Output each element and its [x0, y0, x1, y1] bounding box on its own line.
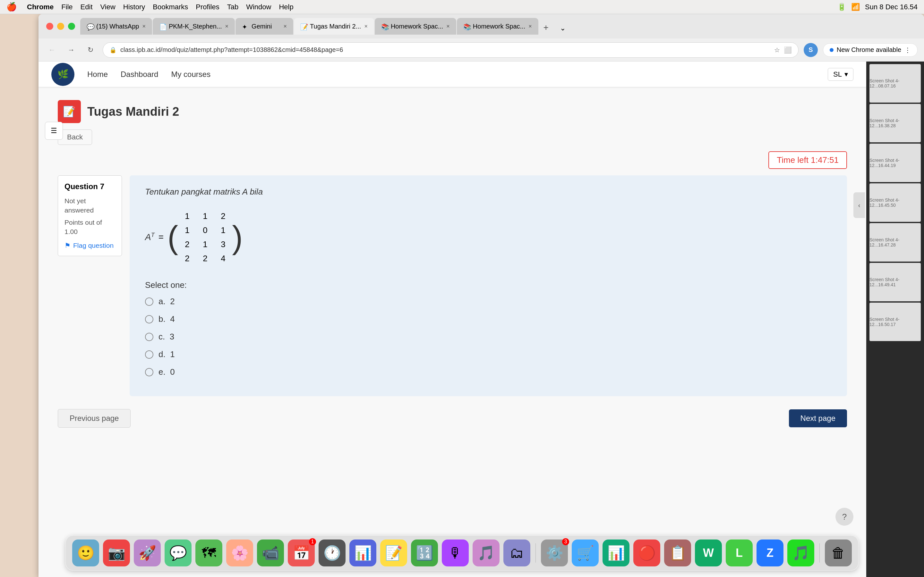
profiles-menu[interactable]: Profiles — [196, 3, 219, 11]
dock-project[interactable]: 📋 — [664, 540, 691, 566]
sidebar-thumb-0[interactable]: Screen Shot 4-12...08.07.16 — [869, 64, 921, 103]
tab-tugas-close[interactable]: × — [364, 23, 368, 30]
sidebar-thumb-5[interactable]: Screen Shot 4-12...16.49.41 — [869, 263, 921, 301]
bookmark-icon[interactable]: ☆ — [774, 46, 780, 54]
tab-whatsapp[interactable]: 💬 (15) WhatsApp × — [80, 18, 152, 35]
tabs-more-button[interactable]: ⌄ — [556, 22, 569, 35]
tab-hw1-close[interactable]: × — [446, 23, 450, 30]
radio-e[interactable] — [145, 368, 153, 376]
tab-pkm[interactable]: 📄 PKM-K_Stephen... × — [153, 18, 235, 35]
file-menu[interactable]: File — [61, 3, 73, 11]
chrome-update-banner[interactable]: New Chrome available ⋮ — [823, 43, 918, 57]
chrome-menu[interactable]: Chrome — [27, 3, 53, 11]
profile-icon[interactable]: S — [804, 43, 818, 57]
timer-display: Time left 1:47:51 — [768, 151, 847, 169]
dock-trash[interactable]: 🗑 — [825, 540, 852, 566]
minimize-button[interactable] — [57, 23, 64, 30]
sidebar-thumb-3[interactable]: Screen Shot 4-12...16.45.50 — [869, 183, 921, 222]
sidebar-thumb-1[interactable]: Screen Shot 4-12...16.38.28 — [869, 104, 921, 142]
history-menu[interactable]: History — [123, 3, 145, 11]
radio-b[interactable] — [145, 315, 153, 324]
edit-menu[interactable]: Edit — [81, 3, 93, 11]
dock-zoom[interactable]: Z — [756, 540, 783, 566]
dock-notes[interactable]: 📝 — [380, 540, 407, 566]
dock-launchpad[interactable]: 🚀 — [134, 540, 161, 566]
sidebar-thumb-6[interactable]: Screen Shot 4-12...16.50.17 — [869, 303, 921, 341]
forward-nav-button[interactable]: → — [64, 43, 78, 57]
dock-keynote[interactable]: 📊 — [349, 540, 376, 566]
reload-button[interactable]: ↻ — [83, 43, 97, 57]
help-menu[interactable]: Help — [279, 3, 293, 11]
radio-d[interactable] — [145, 350, 153, 359]
dock-spotify[interactable]: 🎵 — [787, 540, 814, 566]
dock-podcasts[interactable]: 🎙 — [442, 540, 469, 566]
wifi-icon: 📶 — [851, 3, 860, 11]
option-e[interactable]: e. 0 — [145, 367, 832, 377]
dock-separator-2 — [819, 543, 820, 562]
option-a[interactable]: a. 2 — [145, 297, 832, 306]
tab-gemini[interactable]: ✦ Gemini × — [236, 18, 293, 35]
tab-pkm-close[interactable]: × — [225, 23, 229, 30]
equals-sign: = — [158, 232, 164, 242]
radio-a[interactable] — [145, 298, 153, 306]
dock-maps[interactable]: 🗺 — [195, 540, 222, 566]
tab-hw1[interactable]: 📚 Homework Spac... × — [375, 18, 456, 35]
dock-excel[interactable]: 📊 — [603, 540, 630, 566]
tab-hw2[interactable]: 📚 Homework Spac... × — [457, 18, 538, 35]
tab-whatsapp-close[interactable]: × — [142, 23, 145, 30]
nav-my-courses[interactable]: My courses — [171, 70, 210, 79]
dock-numbers[interactable]: 🔢 — [411, 540, 438, 566]
dock-messages[interactable]: 💬 — [165, 540, 192, 566]
option-b[interactable]: b. 4 — [145, 314, 832, 324]
url-bar[interactable]: 🔒 class.ipb.ac.id/mod/quiz/attempt.php?a… — [103, 42, 798, 58]
dock-photo-booth[interactable]: 📷 — [103, 540, 130, 566]
apple-menu[interactable]: 🍎 — [6, 2, 17, 12]
new-tab-button[interactable]: + — [539, 21, 553, 35]
tab-hw2-close[interactable]: × — [528, 23, 532, 30]
view-menu[interactable]: View — [100, 3, 115, 11]
nav-home[interactable]: Home — [87, 70, 108, 79]
dock-music[interactable]: 🎵 — [473, 540, 499, 566]
option-d[interactable]: d. 1 — [145, 350, 832, 359]
tab-gemini-close[interactable]: × — [284, 23, 287, 30]
nav-dashboard[interactable]: Dashboard — [121, 70, 158, 79]
tab-tugas[interactable]: 📝 Tugas Mandiri 2... × — [294, 18, 374, 35]
dock-finder[interactable]: 🙂 — [72, 540, 99, 566]
dock-calendar[interactable]: 📅 1 — [288, 540, 315, 566]
flag-label: Flag question — [73, 242, 113, 250]
sidebar-thumb-2[interactable]: Screen Shot 4-12...16.44.19 — [869, 143, 921, 182]
option-d-label: d. 1 — [158, 350, 175, 359]
quiz-layout: Question 7 Not yet answered Points out o… — [58, 175, 847, 396]
close-button[interactable] — [46, 23, 53, 30]
dock-word[interactable]: W — [695, 540, 722, 566]
dock-facetime[interactable]: 📹 — [257, 540, 284, 566]
previous-page-button[interactable]: Previous page — [58, 409, 131, 428]
dock-app-store[interactable]: 🛒 — [572, 540, 599, 566]
bottom-nav: Previous page Next page — [58, 409, 847, 440]
bookmarks-menu[interactable]: Bookmarks — [153, 3, 188, 11]
dock-photos[interactable]: 🌸 — [226, 540, 253, 566]
address-bar: ← → ↻ 🔒 class.ipb.ac.id/mod/quiz/attempt… — [39, 39, 924, 61]
collapse-sidebar-arrow[interactable]: ‹ — [853, 192, 865, 218]
dock-system-prefs[interactable]: ⚙️ 3 — [541, 540, 568, 566]
maximize-button[interactable] — [68, 23, 75, 30]
dock-clock[interactable]: 🕐 — [318, 540, 346, 566]
help-button[interactable]: ? — [835, 508, 853, 526]
sidebar-list-toggle[interactable]: ☰ — [45, 122, 63, 140]
back-nav-button[interactable]: ← — [45, 43, 59, 57]
language-selector[interactable]: SL ▾ — [828, 68, 853, 81]
browser-window: 💬 (15) WhatsApp × 📄 PKM-K_Stephen... × ✦… — [39, 14, 924, 577]
extensions-icon[interactable]: ⬜ — [784, 46, 792, 54]
dock-chrome[interactable]: 🔴 — [633, 540, 660, 566]
option-c[interactable]: c. 3 — [145, 332, 832, 342]
radio-c[interactable] — [145, 333, 153, 341]
tab-menu[interactable]: Tab — [227, 3, 238, 11]
next-page-button[interactable]: Next page — [789, 409, 847, 427]
dock-files[interactable]: 🗂 — [503, 540, 530, 566]
dock-line[interactable]: L — [726, 540, 753, 566]
sidebar-thumb-4[interactable]: Screen Shot 4-12...16.47.28 — [869, 223, 921, 261]
flag-question-link[interactable]: ⚑ Flag question — [65, 242, 115, 250]
question-panel: Question 7 Not yet answered Points out o… — [58, 175, 122, 256]
back-button[interactable]: Back — [58, 129, 92, 145]
window-menu[interactable]: Window — [246, 3, 271, 11]
